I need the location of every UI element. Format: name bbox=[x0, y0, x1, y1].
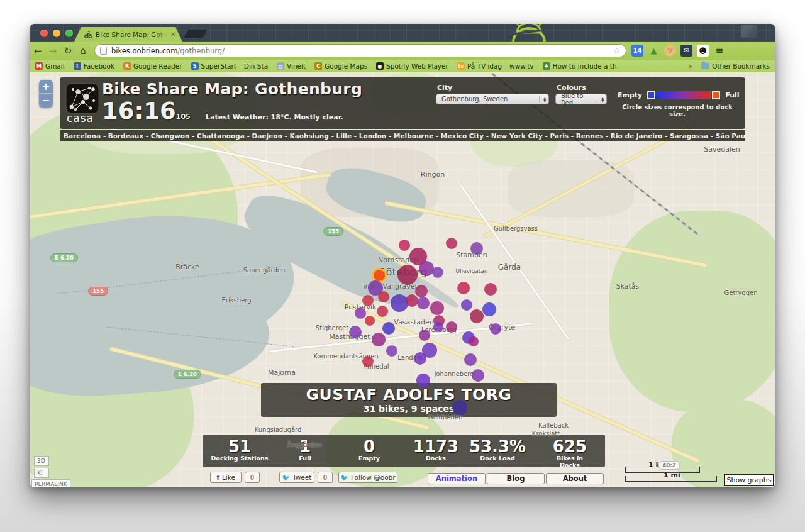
station-dot[interactable] bbox=[422, 343, 437, 358]
minimize-window-button[interactable] bbox=[53, 30, 60, 37]
station-dot[interactable] bbox=[397, 265, 418, 285]
blog-button[interactable]: Blog bbox=[487, 473, 545, 484]
station-dot[interactable] bbox=[484, 283, 497, 296]
zoom-window-button[interactable] bbox=[65, 30, 73, 37]
map-place-label: Ullevigatan bbox=[456, 268, 488, 274]
colours-select[interactable]: Blue to Red ▲▼ bbox=[555, 94, 607, 104]
station-dot[interactable] bbox=[416, 374, 430, 387]
bookmark-star-icon[interactable]: ☆ bbox=[613, 46, 621, 55]
station-dot[interactable] bbox=[349, 326, 362, 338]
station-dot[interactable] bbox=[406, 294, 418, 307]
scale-mi-label: 1 mi bbox=[663, 471, 680, 479]
browser-tab[interactable]: Bike Share Map: Gothenbu × bbox=[74, 27, 182, 42]
station-dot[interactable] bbox=[432, 267, 443, 278]
station-dot[interactable] bbox=[391, 294, 408, 312]
station-dot[interactable] bbox=[470, 242, 483, 255]
station-dot[interactable] bbox=[433, 322, 443, 332]
station-dot[interactable] bbox=[386, 345, 397, 357]
hamster-icon[interactable]: ツ bbox=[664, 45, 676, 57]
back-icon[interactable]: ← bbox=[30, 45, 45, 57]
bookmark-item[interactable]: fFacebook bbox=[74, 62, 114, 70]
legend-full-swatch bbox=[712, 91, 720, 99]
map-3d-button[interactable]: 3D bbox=[34, 456, 49, 466]
city-select[interactable]: Gothenburg, Sweden ▲▼ bbox=[436, 94, 549, 104]
bookmark-item[interactable]: SSuperStart – Din Sta bbox=[191, 62, 269, 70]
other-bookmarks[interactable]: Other Bookmarks bbox=[701, 62, 770, 70]
station-dot[interactable] bbox=[482, 302, 496, 316]
dock-load-legend: Empty Full bbox=[618, 91, 740, 99]
station-dot[interactable] bbox=[469, 336, 479, 346]
station-dot[interactable] bbox=[378, 291, 389, 302]
station-dot[interactable] bbox=[461, 299, 472, 311]
station-dot[interactable] bbox=[355, 308, 366, 319]
extension-icons: 14▲ツ✉☻ bbox=[631, 45, 709, 57]
bookmark-item[interactable]: ♣How to include a th bbox=[543, 62, 617, 70]
forward-icon[interactable]: → bbox=[45, 45, 60, 57]
station-dot[interactable] bbox=[472, 369, 484, 382]
home-icon[interactable]: ⌂ bbox=[75, 45, 91, 57]
station-dot[interactable] bbox=[362, 295, 374, 306]
drive-icon[interactable]: ▲ bbox=[648, 45, 660, 57]
stat-value: 1 bbox=[299, 437, 311, 456]
stat-dock-load: 53.3%Dock Load bbox=[469, 437, 526, 462]
chrome-menu-icon[interactable]: ≡ bbox=[715, 45, 723, 57]
animation-button[interactable]: Animation bbox=[428, 473, 486, 484]
people-search-icon[interactable]: ☻ bbox=[697, 45, 709, 57]
map-ki-button[interactable]: KI bbox=[34, 468, 49, 478]
select-caret-icon: ▲▼ bbox=[597, 96, 604, 103]
station-dot[interactable] bbox=[470, 309, 484, 323]
tweet-button[interactable]: 🐦 Tweet bbox=[279, 472, 314, 483]
station-dot[interactable] bbox=[446, 238, 457, 249]
bookmark-label: Google Reader bbox=[133, 62, 182, 70]
station-dot[interactable] bbox=[446, 321, 457, 333]
station-dot[interactable] bbox=[362, 356, 374, 367]
counter-badge[interactable]: 14 bbox=[631, 45, 643, 57]
station-dot[interactable] bbox=[372, 333, 386, 346]
station-dot[interactable] bbox=[377, 306, 388, 317]
map-place-label: Stigberget bbox=[316, 324, 348, 331]
bookmark-label: Google Maps bbox=[325, 62, 367, 70]
bookmark-item[interactable]: CGoogle Maps bbox=[314, 62, 367, 70]
station-name: GUSTAF ADOLFS TORG bbox=[261, 385, 557, 404]
new-tab-button[interactable] bbox=[184, 30, 208, 38]
close-window-button[interactable] bbox=[40, 30, 48, 37]
bookmark-item[interactable]: RGoogle Reader bbox=[123, 62, 182, 70]
station-dot[interactable] bbox=[382, 322, 395, 335]
show-graphs-button[interactable]: Show graphs bbox=[724, 474, 774, 486]
tab-close-icon[interactable]: × bbox=[170, 30, 176, 38]
url-host: bikes.oobrien.com bbox=[111, 47, 177, 55]
station-dot[interactable] bbox=[457, 282, 470, 294]
address-bar[interactable]: bikes.oobrien.com /gothenburg/ ☆ bbox=[94, 44, 626, 57]
station-dot[interactable] bbox=[452, 400, 467, 415]
weather-status: Latest Weather: 18°C. Mostly clear. bbox=[206, 113, 343, 121]
station-dot[interactable] bbox=[365, 316, 375, 326]
station-dot[interactable] bbox=[419, 330, 430, 341]
reload-icon[interactable]: ↻ bbox=[60, 45, 75, 57]
map-place-label: Gårda bbox=[498, 263, 521, 272]
mail-icon[interactable]: ✉ bbox=[680, 45, 692, 57]
zoom-out-button[interactable]: − bbox=[39, 94, 53, 108]
bookmark-item[interactable]: ●Spotify Web Player bbox=[376, 62, 448, 70]
cities-list-bar[interactable]: Barcelona - Bordeaux - Changwon - Chatta… bbox=[60, 130, 745, 141]
station-dot[interactable] bbox=[417, 297, 430, 309]
station-dot[interactable] bbox=[464, 353, 477, 366]
station-dot[interactable] bbox=[374, 270, 385, 281]
map-place-label: Johanneberg bbox=[434, 370, 474, 377]
about-button[interactable]: About bbox=[546, 473, 604, 484]
station-dot[interactable] bbox=[399, 240, 410, 251]
bookmark-item[interactable]: ▤Vineit bbox=[277, 62, 306, 70]
station-dot[interactable] bbox=[430, 301, 444, 315]
scale-km-label: 1 km bbox=[648, 461, 667, 469]
station-dot[interactable] bbox=[415, 285, 428, 297]
bookmarks-overflow-icon[interactable]: » bbox=[689, 63, 692, 70]
casa-logo: casa bbox=[65, 83, 99, 123]
facebook-like-button[interactable]: f Like bbox=[210, 472, 242, 483]
twitter-follow-button[interactable]: 🐦 Follow @oobr bbox=[338, 472, 397, 483]
bike-share-map[interactable]: + − bbox=[30, 72, 775, 487]
station-dot[interactable] bbox=[490, 323, 501, 335]
bookmark-item[interactable]: tvPå TV idag – www.tv bbox=[457, 62, 534, 70]
bookmark-item[interactable]: MGmail bbox=[35, 62, 65, 70]
zoom-in-button[interactable]: + bbox=[39, 80, 53, 94]
permalink-button[interactable]: PERMALINK bbox=[31, 479, 70, 487]
road-shield: E 6.20 bbox=[174, 370, 201, 379]
